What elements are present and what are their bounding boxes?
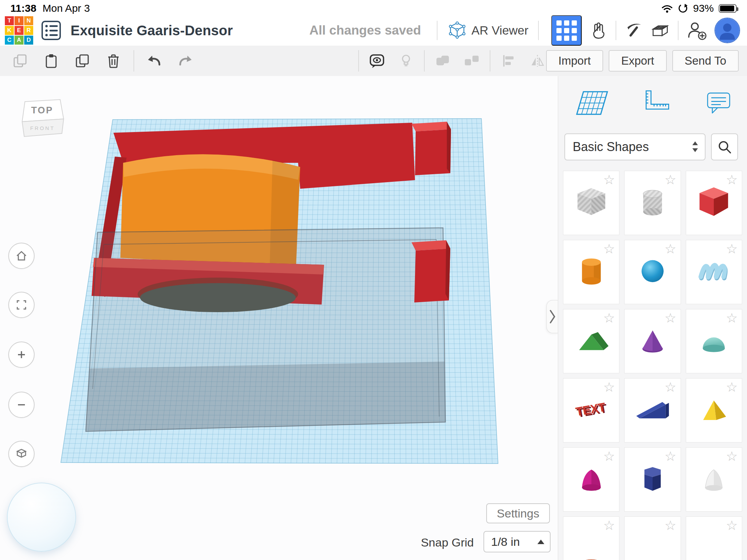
redo-button[interactable] [174,50,196,72]
favorite-star-icon[interactable]: ☆ [665,311,676,325]
logo-letter: R [24,26,33,35]
home-view-button[interactable] [8,243,35,269]
shape-tile-cylinder[interactable]: ☆ [563,240,619,304]
view-cube-top-label[interactable]: TOP [31,105,53,115]
shape-tile-pyramid[interactable]: ☆ [686,378,742,442]
favorite-star-icon[interactable]: ☆ [665,381,676,394]
favorite-star-icon[interactable]: ☆ [726,242,738,255]
favorite-star-icon[interactable]: ☆ [665,242,676,255]
person-add-icon [685,20,707,41]
ungroup-button[interactable] [461,50,483,72]
import-button[interactable]: Import [546,50,603,72]
status-date: Mon Apr 3 [43,2,90,14]
ruler-tool-button[interactable] [642,88,672,118]
favorite-star-icon[interactable]: ☆ [665,173,676,186]
divider [424,50,425,72]
shape-tile-hole-cylinder[interactable]: ☆ [624,171,681,235]
show-all-button[interactable] [366,50,388,72]
workplane-tool-button[interactable] [575,89,609,117]
model-red-cube-top[interactable] [412,122,451,175]
model-transparent-box[interactable] [86,228,445,431]
undo-button[interactable] [143,50,165,72]
favorite-star-icon[interactable]: ☆ [603,519,615,532]
shape-tile-roof[interactable]: ☆ [563,309,619,373]
zoom-in-button[interactable] [8,342,35,368]
shape-tile-polygon[interactable]: ☆ [624,447,681,512]
favorite-star-icon[interactable]: ☆ [603,381,615,394]
favorite-star-icon[interactable]: ☆ [726,519,738,532]
shape-tile-box[interactable]: ☆ [686,171,742,235]
mirror-button[interactable] [526,50,548,72]
invite-collaborator-button[interactable] [685,20,707,41]
group-button[interactable] [432,50,454,72]
toolbar-left-group [0,50,196,72]
copy-button[interactable] [9,50,31,72]
edit-toolbar: Import Export Send To [0,46,747,76]
user-avatar[interactable] [714,18,740,43]
shape-tile-sphere[interactable]: ☆ [624,240,681,304]
favorite-star-icon[interactable]: ☆ [665,519,676,532]
design-menu-button[interactable] [42,21,61,40]
shape-category-dropdown[interactable]: Basic Shapes [564,133,706,160]
favorite-star-icon[interactable]: ☆ [726,381,738,394]
panel-collapse-tab[interactable] [546,300,558,333]
shape-tile-hole-box[interactable]: ☆ [563,171,619,235]
shape-tile-paraboloid[interactable]: ☆ [563,447,619,512]
model-red-cube-mid[interactable] [412,240,450,302]
snap-grid-value: 1/8 in [491,535,520,549]
favorite-star-icon[interactable]: ☆ [603,311,615,325]
favorite-star-icon[interactable]: ☆ [726,450,738,463]
logo-letter: C [5,36,14,45]
export-button[interactable]: Export [609,50,666,72]
shape-tile-cone[interactable]: ☆ [624,309,681,373]
shape-tile-text[interactable]: ☆ TEXT TEXT [563,378,619,442]
favorite-star-icon[interactable]: ☆ [665,450,676,463]
favorite-star-icon[interactable]: ☆ [726,311,738,325]
hide-button[interactable] [395,50,417,72]
view-cube-front-label[interactable]: FRONT [30,125,55,131]
paste-button[interactable] [40,50,62,72]
toolbar-right-group: Import Export Send To [546,46,739,76]
shape-search-button[interactable] [711,133,738,160]
view-cube[interactable]: TOP FRONT [20,93,66,149]
shape-tile-torus[interactable]: ☆ [563,516,619,560]
settings-button[interactable]: Settings [486,503,550,523]
snap-grid-dropdown[interactable]: 1/8 in [483,531,551,552]
3d-canvas[interactable]: TOP FRONT Settings Snap Grid 1/8 in [0,76,558,560]
favorite-star-icon[interactable]: ☆ [603,242,615,255]
3d-viewport[interactable] [0,76,558,560]
fit-view-button[interactable] [8,292,35,318]
shape-tile-partial[interactable]: ☆ [686,516,742,560]
delete-button[interactable] [102,50,124,72]
grid-icon [556,20,577,41]
shape-tile-soft-cone[interactable]: ☆ [686,447,742,512]
tinkercad-logo[interactable]: T I N K E R C A D [5,16,33,45]
orbit-control-ball[interactable] [7,483,76,552]
favorite-star-icon[interactable]: ☆ [603,450,615,463]
minecraft-button[interactable] [623,20,645,41]
hand-gesture-button[interactable] [587,20,609,41]
eye-bubble-icon [369,53,385,69]
status-right: 93% [661,2,737,14]
zoom-out-button[interactable] [8,392,35,418]
dashboard-grid-button[interactable] [551,15,582,46]
shape-tile-tube[interactable]: ☆ [624,516,681,560]
perspective-toggle-button[interactable] [8,441,35,467]
align-button[interactable] [497,50,519,72]
favorite-star-icon[interactable]: ☆ [726,173,738,186]
divider [616,21,616,40]
status-left: 11:38 Mon Apr 3 [10,2,90,14]
brick-mode-button[interactable] [649,20,671,41]
shape-tile-wedge[interactable]: ☆ [624,378,681,442]
ar-viewer-button[interactable]: AR Viewer [447,20,528,40]
shape-tile-half-sphere[interactable]: ☆ [686,309,742,373]
notes-tool-button[interactable] [706,90,732,116]
logo-letter: D [24,36,33,45]
send-to-button[interactable]: Send To [672,50,739,72]
favorite-star-icon[interactable]: ☆ [603,173,615,186]
panel-filter-row: Basic Shapes [564,133,738,160]
tinkercad-app: 11:38 Mon Apr 3 93% T I N K E R C A D Ex… [0,0,747,560]
shape-tile-scribble[interactable]: ☆ [686,240,742,304]
duplicate-button[interactable] [71,50,93,72]
plus-icon [15,348,28,362]
